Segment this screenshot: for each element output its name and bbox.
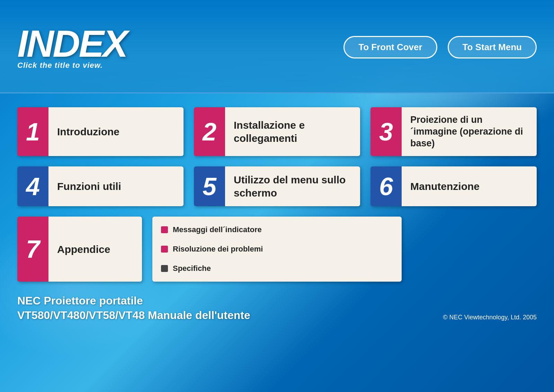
chapter-card-3[interactable]: 3 Proiezione di un´immagine (operazione … [370,107,537,156]
chapter-number-7: 7 [17,217,48,282]
chapter-title-4: Funzioni utili [48,166,184,206]
chapter-number-5: 5 [194,166,225,206]
chapter-title-3: Proiezione di un´immagine (operazione di… [402,107,537,156]
sub-item-label-2: Risoluzione dei problemi [173,245,263,254]
chapter-card-7[interactable]: 7 Appendice [17,217,142,282]
chapter-card-1[interactable]: 1 Introduzione [17,107,184,156]
sub-item-3[interactable]: Specifiche [152,259,402,278]
sub-item-dot-3 [161,265,168,272]
chapter-number-6: 6 [370,166,402,206]
front-cover-button[interactable]: To Front Cover [343,36,437,58]
chapter-card-6[interactable]: 6 Manutenzione [370,166,537,206]
chapter-card-4[interactable]: 4 Funzioni utili [17,166,184,206]
main-content: 1 Introduzione 2 Installazione e collega… [0,93,554,289]
footer-copyright: © NEC Viewtechnology, Ltd. 2005 [443,314,537,322]
sub-item-1[interactable]: Messaggi dell´indicatore [152,220,402,239]
chapter-card-2[interactable]: 2 Installazione e collegamenti [194,107,360,156]
header-buttons: To Front Cover To Start Menu [343,36,537,58]
footer-line2: VT580/VT480/VT58/VT48 Manuale dell'utent… [17,308,250,323]
chapter-title-1: Introduzione [48,107,184,156]
footer-line1: NEC Proiettore portatile [17,294,250,308]
chapter-number-1: 1 [17,107,48,156]
sub-item-dot-1 [161,226,168,233]
row3-spacer [412,217,537,282]
chapter-card-5[interactable]: 5 Utilizzo del menu sullo schermo [194,166,360,206]
chapter-number-4: 4 [17,166,48,206]
chapter-number-2: 2 [194,107,225,156]
logo-section: INDEX Click the title to view. [17,25,127,70]
header: INDEX Click the title to view. To Front … [0,0,554,93]
sub-item-dot-2 [161,246,168,253]
chapter-title-5: Utilizzo del menu sullo schermo [225,166,360,206]
start-menu-button[interactable]: To Start Menu [448,36,537,58]
chapter-title-6: Manutenzione [402,166,537,206]
sub-item-label-3: Specifiche [173,264,211,273]
sub-item-label-1: Messaggi dell´indicatore [173,225,262,234]
chapter-number-3: 3 [370,107,402,156]
chapter-title-7: Appendice [48,217,142,282]
chapter-row-3: 7 Appendice Messaggi dell´indicatore Ris… [17,217,537,282]
sub-item-2[interactable]: Risoluzione dei problemi [152,239,402,259]
chapter-title-2: Installazione e collegamenti [225,107,360,156]
footer-text: NEC Proiettore portatile VT580/VT480/VT5… [17,294,250,322]
footer: NEC Proiettore portatile VT580/VT480/VT5… [0,289,554,328]
chapter-row-2: 4 Funzioni utili 5 Utilizzo del menu sul… [17,166,537,206]
sub-items-panel: Messaggi dell´indicatore Risoluzione dei… [152,217,402,282]
logo-title: INDEX [17,25,127,63]
chapter-row-1: 1 Introduzione 2 Installazione e collega… [17,107,537,156]
